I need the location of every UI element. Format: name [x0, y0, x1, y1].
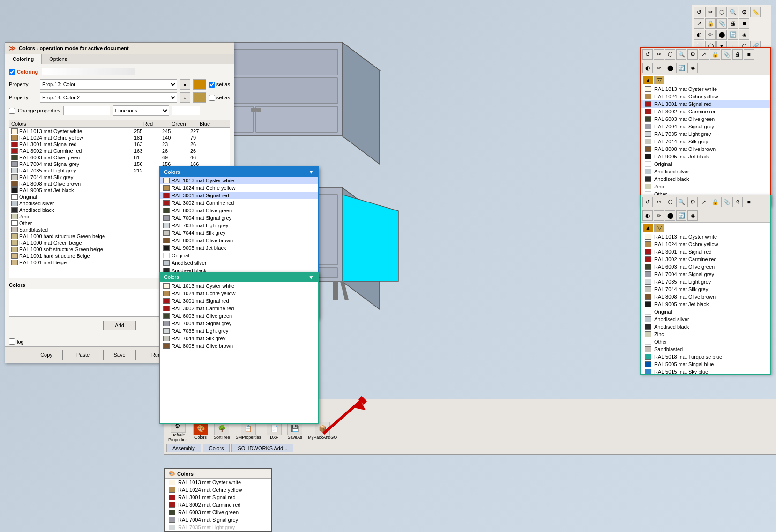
- dropdown-bottom-item[interactable]: RAL 1013 mat Oyster white: [160, 282, 318, 290]
- right-panel-2-item[interactable]: RAL 1013 mat Oyster white: [641, 233, 770, 240]
- right-panel-2-item[interactable]: Original: [641, 308, 770, 315]
- right-panel-2-item[interactable]: RAL 5005 mat Singal blue: [641, 360, 770, 368]
- colors-dropdown-bottom-list[interactable]: RAL 1013 mat Oyster white RAL 1024 mat O…: [160, 282, 318, 423]
- save-button[interactable]: Save: [103, 350, 136, 360]
- right-panel-2-item[interactable]: RAL 9005 mat Jet black: [641, 300, 770, 308]
- sw-color-item[interactable]: RAL 3001 mat Signal red: [165, 494, 271, 501]
- dropdown-item[interactable]: RAL 9005 mat Jet black: [160, 244, 318, 252]
- rp2-toolbar-btn-2[interactable]: ✂: [654, 197, 664, 207]
- sw-tool-dxf[interactable]: 📄 DXF: [265, 421, 284, 441]
- sw-tool-sorttree[interactable]: 🌳 SortTree: [212, 421, 232, 441]
- sw-tool-smprops[interactable]: 📋 SMProperties: [234, 421, 263, 441]
- rp1-swatch-1[interactable]: ▲: [643, 76, 653, 84]
- right-panel-2-item[interactable]: RAL 5018 mat Turquoise blue: [641, 353, 770, 360]
- add-button[interactable]: Add: [103, 321, 136, 330]
- right-panel-2-item[interactable]: RAL 6003 mat Olive green: [641, 263, 770, 270]
- sw-color-item[interactable]: RAL 1024 mat Ochre yellow: [165, 486, 271, 494]
- coloring-checkbox[interactable]: [9, 69, 15, 75]
- property-1-select[interactable]: Prop.13: Color: [40, 79, 177, 90]
- dropdown-item[interactable]: RAL 8008 mat Olive brown: [160, 237, 318, 244]
- rp2-toolbar-btn-9[interactable]: 🖨: [732, 197, 743, 207]
- rp2-t2-btn-5[interactable]: ◈: [687, 210, 698, 221]
- right-panel-2-item[interactable]: Anodised silver: [641, 315, 770, 323]
- sw-color-item[interactable]: RAL 7035 mat Light grey: [165, 524, 271, 531]
- right-panel-1-item[interactable]: Original: [641, 160, 770, 168]
- toolbar-btn-8[interactable]: 🔒: [705, 18, 716, 29]
- property-1-radio-btn[interactable]: ●: [180, 79, 190, 90]
- table-row[interactable]: RAL 3001 mat Signal red 163 23 26: [9, 141, 230, 148]
- toolbar-btn-10[interactable]: 🖨: [728, 18, 738, 29]
- dropdown-bottom-close[interactable]: ▼: [308, 274, 314, 281]
- sw-tool-colors[interactable]: 🎨 Colors: [191, 421, 210, 441]
- toolbar-btn-12[interactable]: ◐: [694, 30, 704, 40]
- dropdown-item[interactable]: RAL 3002 mat Carmine red: [160, 199, 318, 207]
- rp2-toolbar-btn-5[interactable]: ⚙: [687, 197, 698, 207]
- right-panel-2-item[interactable]: RAL 3001 mat Signal red: [641, 248, 770, 255]
- right-panel-1-item[interactable]: RAL 1024 mat Ochre yellow: [641, 93, 770, 100]
- right-panel-1-item[interactable]: RAL 9005 mat Jet black: [641, 153, 770, 160]
- rp2-t2-btn-1[interactable]: ◐: [642, 210, 653, 221]
- dropdown-item[interactable]: RAL 1013 mat Oyster white: [160, 177, 318, 184]
- right-panel-1-item[interactable]: RAL 1013 mat Oyster white: [641, 85, 770, 93]
- rp2-swatch-2[interactable]: ▽: [654, 224, 664, 232]
- property-2-color-swatch[interactable]: [193, 92, 206, 103]
- rp1-toolbar-btn-1[interactable]: ↺: [642, 49, 653, 60]
- right-panel-2-item[interactable]: Anodised black: [641, 323, 770, 330]
- dropdown-item[interactable]: RAL 7035 mat Light grey: [160, 222, 318, 229]
- sw-color-item[interactable]: RAL 1013 mat Oyster white: [165, 479, 271, 486]
- sw-color-item[interactable]: RAL 3002 mat Carmine red: [165, 501, 271, 509]
- rp2-t2-btn-3[interactable]: ⬤: [665, 210, 675, 221]
- dropdown-item[interactable]: Original: [160, 252, 318, 259]
- tab-options[interactable]: Options: [42, 54, 75, 64]
- dropdown-bottom-item[interactable]: RAL 1024 mat Ochre yellow: [160, 290, 318, 297]
- functions-select[interactable]: Functions: [113, 105, 169, 116]
- sw-tab-assembly[interactable]: Assembly: [166, 444, 201, 452]
- right-panel-1-item[interactable]: RAL 3002 mat Carmine red: [641, 108, 770, 115]
- dropdown-item[interactable]: RAL 7004 mat Signal grey: [160, 214, 318, 222]
- right-panel-1-item[interactable]: RAL 7035 mat Light grey: [641, 130, 770, 138]
- rp2-swatch-1[interactable]: ▲: [643, 224, 653, 232]
- toolbar-btn-9[interactable]: 📎: [716, 18, 727, 29]
- paste-button[interactable]: Paste: [67, 350, 99, 360]
- log-checkbox[interactable]: [9, 338, 15, 345]
- right-panel-1-item[interactable]: Anodised silver: [641, 168, 770, 175]
- rp1-toolbar-btn-2[interactable]: ✂: [654, 49, 664, 60]
- dropdown-item[interactable]: RAL 6003 mat Olive green: [160, 207, 318, 214]
- dropdown-bottom-item[interactable]: RAL 7004 mat Signal grey: [160, 320, 318, 327]
- rp2-toolbar-btn-3[interactable]: ⬡: [665, 197, 675, 207]
- right-panel-1-item[interactable]: RAL 7044 mat Silk grey: [641, 138, 770, 145]
- right-panel-2-item[interactable]: RAL 5015 mat Sky blue: [641, 368, 770, 374]
- dropdown-bottom-item[interactable]: RAL 6003 mat Olive green: [160, 312, 318, 320]
- right-panel-2-item[interactable]: RAL 7035 mat Light grey: [641, 278, 770, 285]
- change-props-value[interactable]: [172, 106, 200, 115]
- right-panel-2-item[interactable]: RAL 7004 mat Signal grey: [641, 270, 770, 278]
- property-1-set-checkbox[interactable]: [209, 82, 215, 88]
- rp1-toolbar-btn-10[interactable]: ■: [744, 49, 754, 60]
- table-row[interactable]: RAL 1013 mat Oyster white 255 245 227: [9, 128, 230, 135]
- right-panel-2-item[interactable]: Other: [641, 338, 770, 345]
- property-2-select[interactable]: Prop.14: Color 2: [40, 92, 177, 103]
- dropdown-bottom-item[interactable]: RAL 7035 mat Light grey: [160, 327, 318, 335]
- dropdown-bottom-item[interactable]: RAL 3001 mat Signal red: [160, 297, 318, 305]
- rp1-toolbar-btn-6[interactable]: ↗: [699, 49, 709, 60]
- right-panel-1-item[interactable]: Zinc: [641, 183, 770, 190]
- right-panel-2-item[interactable]: RAL 1024 mat Ochre yellow: [641, 240, 770, 248]
- right-panel-2-item[interactable]: RAL 8008 mat Olive brown: [641, 293, 770, 300]
- dropdown-item[interactable]: RAL 3001 mat Signal red: [160, 192, 318, 199]
- sw-tab-colors[interactable]: Colors: [203, 444, 230, 452]
- sw-color-item[interactable]: RAL 6003 mat Olive green: [165, 509, 271, 516]
- table-row[interactable]: RAL 3002 mat Carmine red 163 26 26: [9, 148, 230, 154]
- right-panel-1-item[interactable]: RAL 6003 mat Olive green: [641, 115, 770, 123]
- right-panel-1-item[interactable]: RAL 7004 mat Signal grey: [641, 123, 770, 130]
- dropdown-bottom-item[interactable]: RAL 7044 mat Silk grey: [160, 335, 318, 342]
- toolbar-btn-13[interactable]: ✏: [705, 30, 716, 40]
- property-2-radio-btn[interactable]: ○: [180, 92, 190, 103]
- table-row[interactable]: RAL 6003 mat Olive green 61 69 46: [9, 154, 230, 161]
- dropdown-item[interactable]: Anodised silver: [160, 259, 318, 267]
- right-panel-2-item[interactable]: Zinc: [641, 330, 770, 338]
- change-props-checkbox[interactable]: [9, 108, 15, 114]
- toolbar-btn-14[interactable]: ⬤: [716, 30, 727, 40]
- toolbar-btn-2[interactable]: ✂: [705, 7, 716, 17]
- toolbar-btn-4[interactable]: 🔍: [728, 7, 738, 17]
- table-row[interactable]: RAL 1024 mat Ochre yellow 181 140 79: [9, 135, 230, 141]
